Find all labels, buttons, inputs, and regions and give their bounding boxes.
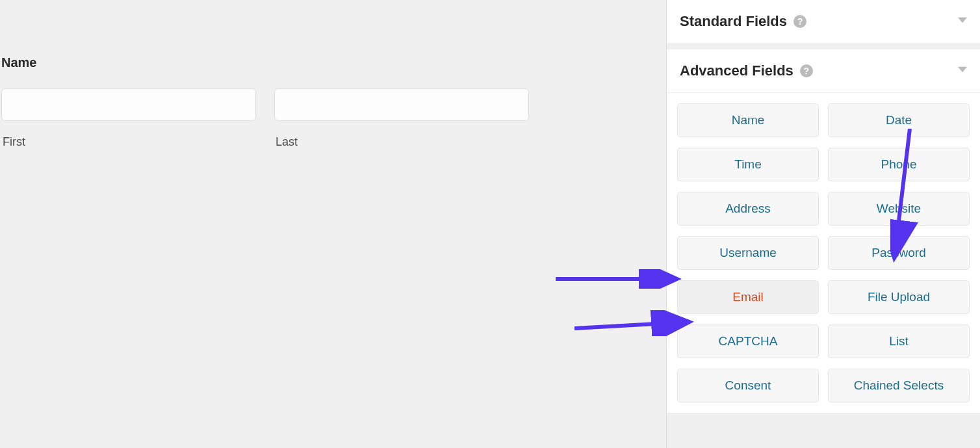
standard-fields-title-wrap: Standard Fields ? [680, 13, 806, 30]
advanced-fields-body: NameDateTimePhoneAddressWebsiteUsernameP… [667, 93, 980, 413]
field-button-label: CAPTCHA [719, 334, 778, 349]
field-button-label: Name [732, 113, 765, 127]
field-button-email[interactable]: Email [677, 280, 819, 314]
field-button-date[interactable]: Date [828, 103, 970, 137]
help-icon[interactable]: ? [793, 15, 806, 28]
field-button-label: Chained Selects [854, 378, 944, 393]
field-button-label: Website [877, 202, 921, 216]
field-button-consent[interactable]: Consent [677, 369, 819, 402]
field-button-time[interactable]: Time [677, 148, 819, 181]
field-button-phone[interactable]: Phone [828, 148, 970, 181]
field-button-label: Password [871, 246, 925, 260]
svg-marker-0 [958, 18, 967, 23]
field-button-label: Date [886, 113, 912, 127]
last-name-input[interactable] [274, 88, 529, 121]
field-button-username[interactable]: Username [677, 236, 819, 270]
field-button-label: File Upload [868, 290, 930, 304]
field-button-password[interactable]: Password [828, 236, 970, 270]
standard-fields-title: Standard Fields [680, 13, 787, 30]
field-button-chained[interactable]: Chained Selects [828, 369, 970, 402]
chevron-down-icon [958, 16, 967, 27]
advanced-fields-header[interactable]: Advanced Fields ? [667, 49, 980, 93]
field-button-captcha[interactable]: CAPTCHA [677, 324, 819, 358]
first-name-sublabel: First [3, 135, 256, 149]
field-button-label: List [889, 334, 909, 349]
svg-marker-1 [958, 67, 967, 72]
field-button-address[interactable]: Address [677, 192, 819, 226]
chevron-down-icon [958, 65, 967, 77]
field-button-name[interactable]: Name [677, 103, 819, 137]
field-button-label: Time [734, 157, 762, 172]
field-button-website[interactable]: Website [828, 192, 970, 226]
name-first-col: First [1, 88, 256, 149]
fields-sidebar: Standard Fields ? Advanced Fields ? Name… [666, 0, 980, 448]
field-label-name: Name [1, 55, 666, 70]
first-name-input[interactable] [1, 88, 256, 121]
help-icon[interactable]: ? [800, 64, 813, 77]
standard-fields-header[interactable]: Standard Fields ? [667, 0, 980, 43]
field-button-label: Phone [881, 157, 917, 172]
field-button-list[interactable]: List [828, 324, 970, 358]
standard-fields-panel: Standard Fields ? [667, 0, 980, 43]
field-button-label: Address [725, 202, 771, 216]
name-last-col: Last [274, 88, 529, 149]
field-button-fileupload[interactable]: File Upload [828, 280, 970, 314]
form-editor-area: Name First Last [0, 0, 666, 448]
field-button-label: Username [719, 246, 777, 260]
field-button-label: Consent [725, 378, 771, 393]
advanced-fields-title-wrap: Advanced Fields ? [680, 62, 813, 79]
last-name-sublabel: Last [276, 135, 529, 149]
field-button-label: Email [732, 290, 764, 304]
advanced-fields-panel: Advanced Fields ? NameDateTimePhoneAddre… [667, 49, 980, 413]
name-field-row: First Last [1, 88, 666, 149]
advanced-fields-title: Advanced Fields [680, 62, 793, 79]
